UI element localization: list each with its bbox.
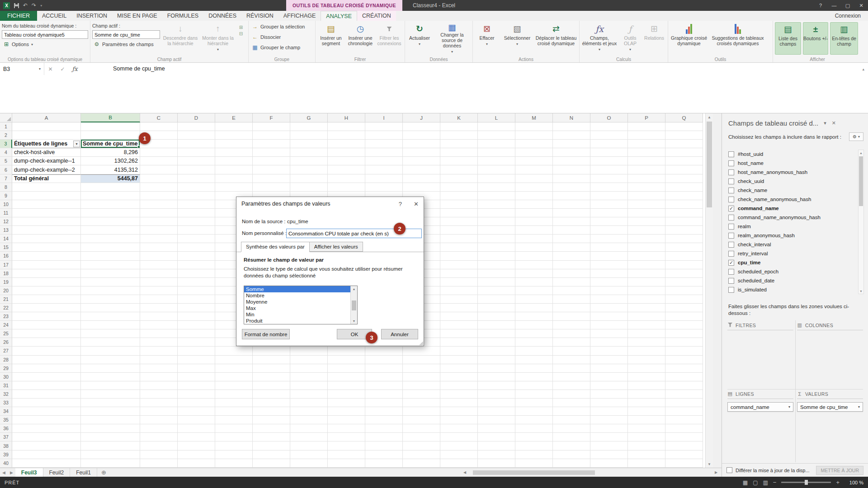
cell-C25[interactable] [140, 329, 178, 338]
cell-H38[interactable] [328, 441, 365, 450]
cell-A12[interactable] [12, 217, 81, 226]
cell-M25[interactable] [515, 329, 553, 338]
help-icon[interactable]: ? [814, 0, 827, 11]
cell-A35[interactable] [12, 416, 81, 424]
row-header-34[interactable]: 34 [0, 407, 12, 416]
row-header-4[interactable]: 4 [0, 148, 12, 157]
column-header-L[interactable]: L [478, 113, 515, 122]
cell-M21[interactable] [515, 295, 553, 304]
cell-Q33[interactable] [665, 399, 703, 407]
cell-I29[interactable] [365, 364, 403, 373]
row-header-20[interactable]: 20 [0, 286, 12, 295]
pivotchart-button[interactable]: Graphique croisé dynamique [670, 22, 708, 55]
cell-Q10[interactable] [665, 200, 703, 209]
cell-P23[interactable] [628, 312, 665, 321]
tab-accueil[interactable]: ACCUEIL [37, 11, 71, 21]
cell-B17[interactable] [81, 261, 140, 269]
cell-N34[interactable] [553, 407, 590, 416]
qat-customize-icon[interactable]: ▾ [40, 4, 42, 8]
cell-B26[interactable] [81, 338, 140, 347]
cell-B2[interactable] [81, 131, 140, 140]
cell-P6[interactable] [628, 165, 665, 174]
cell-L30[interactable] [478, 373, 515, 381]
cell-B40[interactable] [81, 459, 140, 468]
cell-M40[interactable] [515, 459, 553, 468]
cell-I3[interactable] [365, 140, 403, 148]
cell-F39[interactable] [253, 450, 290, 459]
field-checkbox[interactable]: ✓ [728, 260, 734, 266]
cell-Q16[interactable] [665, 252, 703, 260]
cell-M2[interactable] [515, 131, 553, 140]
cell-Q31[interactable] [665, 381, 703, 390]
change-data-source-button[interactable]: ▦ Changer la source de données ▾ [434, 22, 471, 55]
cell-N26[interactable] [553, 338, 590, 347]
cell-L15[interactable] [478, 243, 515, 252]
cell-L9[interactable] [478, 192, 515, 200]
cell-Q11[interactable] [665, 209, 703, 217]
cell-P15[interactable] [628, 243, 665, 252]
cell-J35[interactable] [403, 416, 440, 424]
cell-L11[interactable] [478, 209, 515, 217]
tab-show-values-as[interactable]: Afficher les valeurs [310, 242, 363, 252]
cell-Q29[interactable] [665, 364, 703, 373]
cell-L33[interactable] [478, 399, 515, 407]
cell-O4[interactable] [590, 148, 628, 157]
cell-E8[interactable] [215, 183, 253, 192]
column-header-A[interactable]: A [12, 113, 81, 122]
cell-C23[interactable] [140, 312, 178, 321]
tab-création[interactable]: CRÉATION [357, 11, 396, 21]
cell-L21[interactable] [478, 295, 515, 304]
cell-J37[interactable] [403, 433, 440, 441]
cell-C4[interactable] [140, 148, 178, 157]
cell-J36[interactable] [403, 424, 440, 433]
cell-A17[interactable] [12, 261, 81, 269]
connexion-link[interactable]: Connexion [828, 11, 868, 21]
row-header-15[interactable]: 15 [0, 243, 12, 252]
cell-A15[interactable] [12, 243, 81, 252]
row-header-7[interactable]: 7 [0, 174, 12, 183]
pivot-name-input[interactable] [2, 30, 88, 39]
cell-K39[interactable] [440, 450, 478, 459]
cell-H39[interactable] [328, 450, 365, 459]
row-header-8[interactable]: 8 [0, 183, 12, 192]
zone-columns[interactable]: ▥ COLONNES [797, 320, 863, 389]
cell-F34[interactable] [253, 407, 290, 416]
row-header-22[interactable]: 22 [0, 304, 12, 312]
field-checkbox[interactable] [728, 197, 734, 202]
cell-C6[interactable] [140, 165, 178, 174]
cell-N40[interactable] [553, 459, 590, 468]
tab-données[interactable]: DONNÉES [203, 11, 241, 21]
cell-P29[interactable] [628, 364, 665, 373]
cell-O10[interactable] [590, 200, 628, 209]
field-item-command_name_anonymous_hash[interactable]: command_name_anonymous_hash [728, 213, 854, 222]
cell-L39[interactable] [478, 450, 515, 459]
cell-P2[interactable] [628, 131, 665, 140]
cell-G27[interactable] [290, 347, 328, 355]
cell-G39[interactable] [290, 450, 328, 459]
zone-rows[interactable]: ▤ LIGNES command_name▾ [727, 389, 793, 462]
olap-tools-button[interactable]: ƒ Outils OLAP ▾ [618, 22, 642, 55]
field-item-check_uuid[interactable]: check_uuid [728, 177, 854, 186]
cell-H8[interactable] [328, 183, 365, 192]
field-checkbox[interactable] [728, 188, 734, 193]
field-item-check_name[interactable]: check_name [728, 186, 854, 195]
cell-G30[interactable] [290, 373, 328, 381]
cell-F30[interactable] [253, 373, 290, 381]
cell-Q9[interactable] [665, 192, 703, 200]
cell-K22[interactable] [440, 304, 478, 312]
column-header-N[interactable]: N [553, 113, 590, 122]
cell-F29[interactable] [253, 364, 290, 373]
cell-K23[interactable] [440, 312, 478, 321]
cell-D33[interactable] [178, 399, 215, 407]
cell-Q28[interactable] [665, 356, 703, 364]
cell-G5[interactable] [290, 157, 328, 165]
sheet-nav-right-icon[interactable]: ▶ [8, 470, 15, 475]
cell-A7[interactable]: Total général [12, 174, 81, 183]
cell-C32[interactable] [140, 390, 178, 399]
cell-F37[interactable] [253, 433, 290, 441]
cell-J30[interactable] [403, 373, 440, 381]
zone-chip-rows[interactable]: command_name▾ [727, 402, 793, 412]
cell-C5[interactable] [140, 157, 178, 165]
cell-M12[interactable] [515, 217, 553, 226]
field-item-realm[interactable]: realm [728, 222, 854, 231]
